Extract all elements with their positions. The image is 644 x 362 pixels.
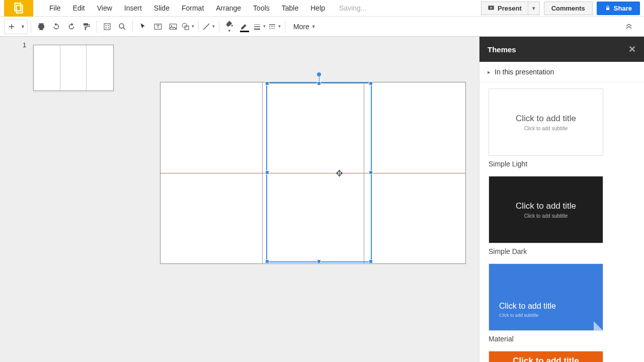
handle-s[interactable] xyxy=(317,259,321,263)
themes-title: Themes xyxy=(488,45,516,54)
svg-point-14 xyxy=(183,23,187,28)
fill-color-button[interactable]: ▼ xyxy=(222,20,236,34)
present-button[interactable]: Present xyxy=(481,2,528,15)
slide-thumb-1[interactable]: 1 xyxy=(33,45,114,91)
chevron-right-icon: ▸ xyxy=(488,69,491,75)
theme-material[interactable]: Click to add title Click to add subtitle xyxy=(489,263,603,331)
theme-preview-subtitle: Click to add subtitle xyxy=(524,126,568,131)
svg-rect-4 xyxy=(84,23,88,26)
theme-simple-light[interactable]: Click to add title Click to add subtitle xyxy=(489,88,603,156)
slide-thumbnails: 1 xyxy=(0,37,147,362)
theme-preview-subtitle: Click to add subtitle xyxy=(524,213,568,219)
handle-w[interactable] xyxy=(265,170,269,174)
fill-icon xyxy=(225,20,234,29)
menu-edit[interactable]: Edit xyxy=(67,1,91,15)
undo-button[interactable] xyxy=(49,20,63,34)
new-slide-group: ▼ xyxy=(4,19,28,34)
thumb-preview xyxy=(34,45,113,90)
handle-sw[interactable] xyxy=(265,259,269,263)
selection-box[interactable] xyxy=(266,82,372,262)
column-guide-1 xyxy=(262,82,263,263)
themes-panel: Themes ✕ ▸ In this presentation Click to… xyxy=(479,37,644,362)
menu-table[interactable]: Table xyxy=(276,1,304,15)
themes-section-label: In this presentation xyxy=(495,68,554,76)
theme-preview-subtitle: Click to add subtitle xyxy=(499,313,538,318)
textbox-tool[interactable] xyxy=(151,20,165,34)
play-icon xyxy=(488,5,495,12)
toolbar: ▼ ▼ ▼ ▼ ▼ ▼ More▼ xyxy=(0,17,644,37)
redo-button[interactable] xyxy=(64,20,78,34)
zoom-icon xyxy=(118,22,127,31)
move-cursor-icon: ✥ xyxy=(336,168,343,179)
theme-accent[interactable]: Click to add title xyxy=(489,351,603,362)
share-button[interactable]: Share xyxy=(597,2,640,15)
thumb-number: 1 xyxy=(23,41,26,49)
slide[interactable]: ✥ xyxy=(160,82,466,264)
menu-slide[interactable]: Slide xyxy=(148,1,176,15)
close-themes-button[interactable]: ✕ xyxy=(628,44,636,55)
themes-section-toggle[interactable]: ▸ In this presentation xyxy=(479,62,644,82)
line-color-button[interactable] xyxy=(237,20,252,34)
select-tool[interactable] xyxy=(136,20,150,34)
theme-preview-title: Click to add title xyxy=(516,114,576,124)
line-weight-icon xyxy=(253,22,262,31)
present-dropdown[interactable]: ▼ xyxy=(528,2,540,15)
rotate-handle[interactable] xyxy=(317,72,321,76)
menu-format[interactable]: Format xyxy=(176,1,210,15)
menu-tools[interactable]: Tools xyxy=(247,1,276,15)
menu-insert[interactable]: Insert xyxy=(118,1,148,15)
svg-point-7 xyxy=(108,25,109,26)
fit-icon xyxy=(103,22,112,31)
theme-preview-title: Click to add title xyxy=(499,302,556,311)
line-weight-button[interactable]: ▼ xyxy=(253,20,267,34)
theme-simple-dark[interactable]: Click to add title Click to add subtitle xyxy=(489,176,603,243)
more-button[interactable]: More▼ xyxy=(288,23,321,31)
print-button[interactable] xyxy=(34,20,48,34)
themes-list: Click to add title Click to add subtitle… xyxy=(479,82,644,362)
svg-point-9 xyxy=(108,27,109,28)
svg-point-6 xyxy=(106,25,107,26)
image-tool[interactable] xyxy=(166,20,180,34)
handle-n[interactable] xyxy=(317,81,321,85)
zoom-fit-button[interactable] xyxy=(100,20,114,34)
undo-icon xyxy=(52,22,61,31)
handle-nw[interactable] xyxy=(265,81,269,85)
cursor-icon xyxy=(138,22,147,31)
handle-ne[interactable] xyxy=(369,81,373,85)
canvas[interactable]: ✥ xyxy=(147,37,479,362)
svg-rect-1 xyxy=(17,6,23,13)
line-dash-icon xyxy=(268,22,277,31)
redo-icon xyxy=(67,22,76,31)
themes-header: Themes ✕ xyxy=(479,37,644,62)
zoom-button[interactable] xyxy=(115,20,129,34)
line-tool[interactable]: ▼ xyxy=(202,20,216,34)
line-icon xyxy=(202,22,211,31)
saving-status: Saving... xyxy=(331,1,374,15)
menu-view[interactable]: View xyxy=(91,1,118,15)
paint-format-button[interactable] xyxy=(79,20,94,34)
menu-help[interactable]: Help xyxy=(304,1,331,15)
new-slide-button[interactable] xyxy=(5,20,19,34)
paint-roller-icon xyxy=(82,22,91,31)
shape-icon xyxy=(181,22,190,31)
line-dash-button[interactable]: ▼ xyxy=(268,20,282,34)
print-icon xyxy=(37,22,46,31)
handle-e[interactable] xyxy=(369,170,373,174)
theme-preview-title: Click to add title xyxy=(516,201,576,211)
menu-arrange[interactable]: Arrange xyxy=(210,1,247,15)
present-group: Present ▼ xyxy=(481,2,540,15)
new-slide-dropdown[interactable]: ▼ xyxy=(19,24,27,29)
pencil-icon xyxy=(240,21,249,30)
handle-se[interactable] xyxy=(369,259,373,263)
theme-name-label: Simple Dark xyxy=(489,247,635,255)
app-logo[interactable] xyxy=(4,0,33,17)
image-icon xyxy=(169,22,178,31)
svg-point-8 xyxy=(106,27,107,28)
collapse-toolbar-button[interactable] xyxy=(618,23,640,31)
shape-tool[interactable]: ▼ xyxy=(181,20,195,34)
menu-file[interactable]: File xyxy=(43,1,67,15)
chevron-double-up-icon xyxy=(624,23,634,29)
workspace: 1 ✥ Themes ✕ xyxy=(0,37,644,362)
comments-button[interactable]: Comments xyxy=(544,2,593,15)
textbox-icon xyxy=(153,22,163,31)
